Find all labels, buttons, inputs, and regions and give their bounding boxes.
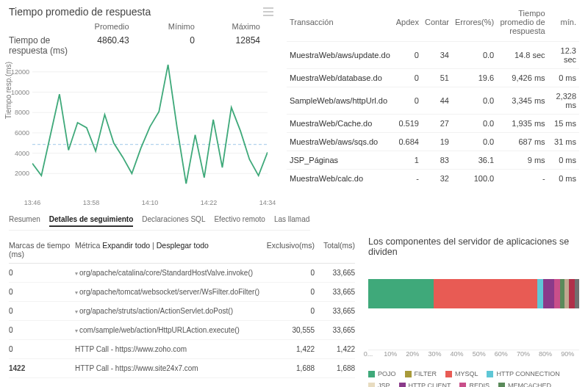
legend-item[interactable]: REDIS	[459, 382, 490, 387]
segment-http connection[interactable]	[537, 279, 544, 308]
legend-item[interactable]: HTTP CONNECTION	[487, 370, 559, 377]
split-title: Los componentes del servidor de aplicaci…	[368, 236, 579, 257]
component-split-panel: Los componentes del servidor de aplicaci…	[368, 236, 579, 387]
table-row[interactable]: MuestraWeb/calc.do-32100.0-0 ms	[287, 170, 579, 188]
trace-table: Marcas de tiempo (ms) Métrica Expandir t…	[9, 236, 355, 387]
segment-cache[interactable]	[575, 279, 579, 308]
tab-llamadas[interactable]: Las llamadas a métodos de menos de 10 ms…	[274, 215, 310, 227]
table-row[interactable]: MuestraWeb/database.do05119.69,426 ms0 m…	[287, 69, 579, 87]
th-exclusive: Exclusivo(ms)	[259, 241, 315, 258]
th-count[interactable]: Contar	[422, 6, 452, 42]
collapse-all[interactable]: Desplegar todo	[157, 241, 209, 250]
table-row[interactable]: SampleWeb/aws/httpUrl.do0440.03,345 ms2,…	[287, 87, 579, 115]
tab-resumen[interactable]: Resumen	[9, 215, 40, 227]
th-avg[interactable]: Tiempo promedio de respuesta	[497, 6, 548, 42]
legend-item[interactable]: JSP	[368, 382, 390, 387]
trace-row[interactable]: 1422HTTP Call - https://www.site24x7.com…	[9, 359, 355, 378]
trace-row[interactable]: 0HTTP Call - https://www.zoho.com1,4221,…	[9, 340, 355, 359]
legend-item[interactable]: MYSQL	[445, 370, 478, 377]
table-row[interactable]: MuestraWeb/aws/update.do0340.014.8 sec12…	[287, 42, 579, 69]
th-timestamp: Marcas de tiempo (ms)	[9, 241, 75, 258]
trace-row[interactable]: 0org/apache/tomcat/websocket/server/WsFi…	[9, 283, 355, 302]
expand-all[interactable]: Expandir todo	[102, 241, 150, 250]
trace-row[interactable]: 0com/sample/web/action/HttpURLAction.exe…	[9, 321, 355, 340]
th-name[interactable]: Transacción	[287, 6, 393, 42]
stat-min: 0	[143, 35, 208, 56]
panel-title: Tiempo promedio de respuesta	[9, 6, 151, 18]
table-row[interactable]: MuestraWeb/aws/sqs.do0.684190.0687 ms31 …	[287, 133, 579, 151]
tab-sql[interactable]: Declaraciones SQL	[142, 215, 205, 227]
legend-item[interactable]: FILTER	[405, 370, 437, 377]
table-row[interactable]: MuestraWeb/Cache.do0.519270.01,935 ms15 …	[287, 115, 579, 133]
legend-item[interactable]: HTTP CLIENT	[399, 382, 451, 387]
th-min[interactable]: mín.	[548, 6, 579, 42]
th-total: Total(ms)	[315, 241, 355, 258]
stat-row-label: Tiempo de respuesta (ms)	[9, 35, 77, 56]
trace-row[interactable]: 0org/apache/catalina/core/StandardHostVa…	[9, 264, 355, 283]
th-errors[interactable]: Errores(%)	[452, 6, 497, 42]
segment-redis[interactable]	[554, 279, 561, 308]
stat-max: 12854	[208, 35, 273, 56]
th-apdex[interactable]: Apdex	[393, 6, 422, 42]
stacked-bar-chart[interactable]	[368, 279, 579, 308]
tabs: Resumen Detalles de seguimiento Declarac…	[9, 215, 310, 231]
avg-header: Promedio	[77, 22, 143, 31]
min-header: Mínimo	[143, 22, 208, 31]
tab-remoto[interactable]: Efectivo remoto	[214, 215, 265, 227]
max-header: Máximo	[208, 22, 273, 31]
menu-icon[interactable]	[263, 7, 273, 16]
th-metric: Métrica Expandir todo | Desplegar todo	[75, 241, 259, 258]
table-row[interactable]: JSP_Páginas18336.19 ms0 ms	[287, 151, 579, 170]
segment-mysql[interactable]	[434, 279, 537, 308]
trace-row[interactable]: 0org/apache/struts/action/ActionServlet.…	[9, 302, 355, 321]
segment-struts[interactable]	[569, 279, 576, 308]
segment-pojo[interactable]	[368, 279, 434, 308]
stat-avg: 4860.43	[77, 35, 143, 56]
response-time-chart[interactable]: Tiempo resp.(ms) 20004000600080001000012…	[9, 62, 273, 205]
segment-http client[interactable]	[543, 279, 553, 308]
response-time-panel: Tiempo promedio de respuesta Promedio Mí…	[9, 6, 273, 205]
transactions-table: Transacción Apdex Contar Errores(%) Tiem…	[287, 6, 579, 205]
legend-item[interactable]: MEMCACHED	[498, 382, 551, 387]
tab-detalles[interactable]: Detalles de seguimiento	[49, 215, 133, 227]
legend-item[interactable]: POJO	[368, 370, 396, 377]
legend: POJOFILTERMYSQLHTTP CONNECTIONJSPHTTP CL…	[368, 370, 579, 387]
